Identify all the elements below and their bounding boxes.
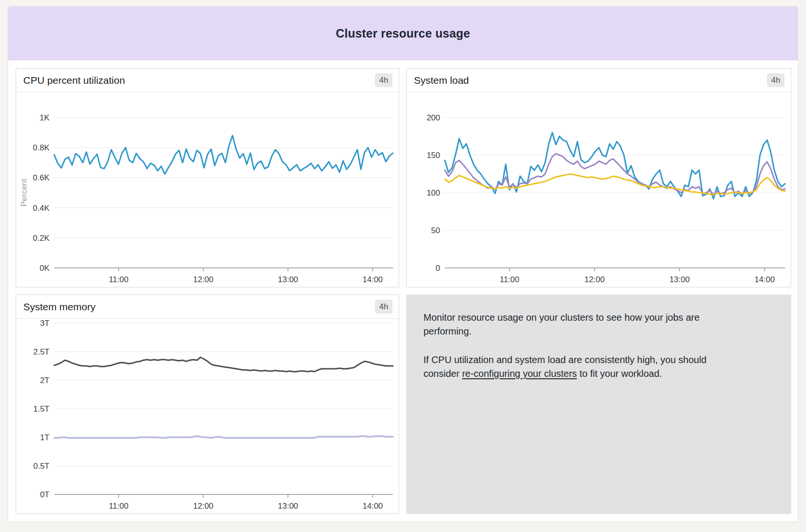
info-paragraph-2: If CPU utilization and system load are c… xyxy=(423,353,728,381)
svg-text:150: 150 xyxy=(427,151,440,160)
svg-text:12:00: 12:00 xyxy=(584,275,605,284)
info-paragraph-2-suffix: to fit your workload. xyxy=(577,368,662,379)
svg-text:2T: 2T xyxy=(40,376,49,385)
panel-cpu-header: CPU percent utilization 4h xyxy=(16,69,399,92)
panel-memory-header: System memory 4h xyxy=(16,295,399,319)
svg-text:11:00: 11:00 xyxy=(500,275,519,284)
svg-text:14:00: 14:00 xyxy=(755,275,775,284)
svg-text:50: 50 xyxy=(431,226,440,235)
memory-time-range-badge[interactable]: 4h xyxy=(375,300,393,314)
svg-text:12:00: 12:00 xyxy=(193,275,214,284)
svg-text:1T: 1T xyxy=(40,433,49,442)
cpu-utilization-chart: 0K0.2K0.4K0.6K0.8K1K11:0012:0013:0014:00… xyxy=(16,92,399,287)
dashboard-banner: Cluster resource usage xyxy=(8,7,798,60)
svg-text:0.5T: 0.5T xyxy=(33,462,49,471)
panel-system-load: System load 4h 05010015020011:0012:0013:… xyxy=(406,68,791,287)
svg-text:2.5T: 2.5T xyxy=(33,347,49,356)
svg-text:0.6K: 0.6K xyxy=(33,173,50,182)
page-title: Cluster resource usage xyxy=(336,27,470,40)
svg-text:13:00: 13:00 xyxy=(278,275,298,284)
panel-system-memory: System memory 4h 0T0.5T1T1.5T2T2.5T3T11:… xyxy=(16,295,399,514)
svg-text:11:00: 11:00 xyxy=(109,275,128,284)
panel-memory-title: System memory xyxy=(23,301,96,313)
svg-text:0.4K: 0.4K xyxy=(33,204,50,213)
panel-load-title: System load xyxy=(414,75,469,86)
info-paragraph-1: Monitor resource usage on your clusters … xyxy=(423,311,728,339)
svg-text:100: 100 xyxy=(427,188,440,197)
panel-load-header: System load 4h xyxy=(407,69,791,92)
svg-text:13:00: 13:00 xyxy=(669,275,690,284)
system-load-chart: 05010015020011:0012:0013:0014:00 xyxy=(407,92,791,287)
svg-text:Percent: Percent xyxy=(20,178,29,207)
cpu-time-range-badge[interactable]: 4h xyxy=(375,73,393,87)
svg-text:14:00: 14:00 xyxy=(363,502,383,511)
dashboard-card: Cluster resource usage CPU percent utili… xyxy=(8,6,798,522)
reconfigure-clusters-link[interactable]: re-configuring your clusters xyxy=(462,368,577,379)
svg-text:0.8K: 0.8K xyxy=(33,143,50,152)
svg-text:1.5T: 1.5T xyxy=(33,404,49,414)
load-time-range-badge[interactable]: 4h xyxy=(767,73,785,87)
svg-text:0: 0 xyxy=(436,264,440,273)
svg-text:14:00: 14:00 xyxy=(363,275,383,284)
svg-text:13:00: 13:00 xyxy=(278,502,298,511)
info-panel: Monitor resource usage on your clusters … xyxy=(406,295,791,514)
svg-text:1K: 1K xyxy=(39,113,49,122)
svg-text:0.2K: 0.2K xyxy=(33,234,50,243)
svg-text:3T: 3T xyxy=(40,319,49,328)
dashboard-grid: CPU percent utilization 4h 0K0.2K0.4K0.6… xyxy=(8,60,798,522)
system-memory-chart: 0T0.5T1T1.5T2T2.5T3T11:0012:0013:0014:00 xyxy=(16,319,399,513)
svg-text:12:00: 12:00 xyxy=(193,502,214,511)
svg-text:200: 200 xyxy=(427,113,440,122)
svg-text:11:00: 11:00 xyxy=(109,502,128,511)
svg-text:0K: 0K xyxy=(39,264,49,273)
panel-cpu-utilization: CPU percent utilization 4h 0K0.2K0.4K0.6… xyxy=(16,68,399,287)
svg-text:0T: 0T xyxy=(40,490,49,499)
panel-cpu-title: CPU percent utilization xyxy=(23,75,125,86)
